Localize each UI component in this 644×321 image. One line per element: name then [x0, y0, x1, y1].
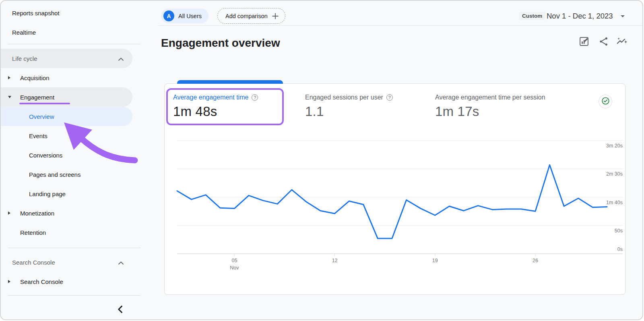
sidebar-item-label: Monetization	[20, 210, 54, 217]
insights-icon	[616, 41, 627, 48]
sidebar-divider	[8, 295, 140, 296]
page-title: Engagement overview	[161, 37, 280, 50]
chevron-up-icon	[118, 259, 124, 266]
sidebar-item-overview[interactable]: Overview	[1, 107, 132, 126]
all-users-chip[interactable]: A All Users	[161, 8, 208, 23]
segment-avatar: A	[163, 10, 174, 21]
add-comparison-label: Add comparison	[225, 13, 268, 19]
chevron-left-icon	[116, 308, 125, 315]
metric-label: Engaged sessions per user	[305, 94, 383, 101]
sidebar-item-label: Acquisition	[20, 75, 50, 81]
svg-text:3m 20s: 3m 20s	[606, 143, 623, 149]
sidebar-item-label: Landing page	[29, 191, 66, 197]
purple-annotation-underline	[19, 103, 70, 104]
app-window: Reports snapshotRealtimeLife cycleAcquis…	[0, 0, 643, 320]
sidebar-nav: Reports snapshotRealtimeLife cycleAcquis…	[1, 1, 148, 296]
engagement-overview-card: Average engagement time?1m 48sEngaged se…	[164, 83, 625, 295]
sidebar-item-acquisition[interactable]: Acquisition	[1, 68, 132, 87]
sidebar-item-label: Conversions	[29, 152, 62, 159]
sidebar-item-realtime[interactable]: Realtime	[1, 23, 132, 42]
sidebar-section-search-console[interactable]: Search Console	[1, 253, 132, 272]
sidebar-item-retention[interactable]: Retention	[1, 223, 132, 242]
sidebar-item-label: Reports snapshot	[12, 10, 60, 17]
add-comparison-button[interactable]: Add comparison	[217, 8, 285, 24]
help-icon[interactable]: ?	[252, 94, 258, 101]
svg-text:19: 19	[432, 258, 438, 263]
svg-text:12: 12	[332, 258, 338, 263]
metric-value: 1.1	[305, 104, 393, 119]
metric-tab-average-engagement-time[interactable]: Average engagement time?1m 48s	[173, 94, 258, 119]
sidebar-divider	[8, 248, 140, 248]
svg-text:26: 26	[533, 258, 538, 263]
sidebar-item-conversions[interactable]: Conversions	[1, 145, 132, 165]
svg-text:0s: 0s	[617, 246, 623, 252]
metric-label: Average engagement time	[173, 94, 248, 101]
share-icon	[598, 41, 609, 48]
topbar-divider	[158, 25, 642, 26]
plus-icon	[272, 13, 279, 19]
svg-text:Nov: Nov	[230, 265, 239, 271]
sidebar-item-label: Search Console	[12, 259, 55, 266]
svg-text:2m 30s: 2m 30s	[606, 171, 623, 177]
sidebar-section-life-cycle[interactable]: Life cycle	[1, 49, 132, 68]
sidebar-item-label: Pages and screens	[29, 171, 80, 178]
triangle-right-icon	[8, 211, 13, 215]
chevron-down-icon[interactable]	[621, 15, 625, 17]
date-range-type-badge: Custom	[519, 12, 545, 20]
sidebar-item-label: Overview	[29, 113, 54, 120]
help-icon[interactable]: ?	[386, 94, 393, 101]
sidebar-item-label: Search Console	[20, 278, 63, 285]
triangle-right-icon	[8, 280, 13, 283]
data-quality-button[interactable]	[599, 95, 612, 108]
data-quality-check-icon	[601, 96, 610, 107]
sidebar-item-reports-snapshot[interactable]: Reports snapshot	[1, 3, 132, 23]
share-report-button[interactable]	[598, 36, 609, 47]
sidebar-item-monetization[interactable]: Monetization	[1, 203, 132, 223]
sidebar-item-label: Life cycle	[12, 55, 37, 62]
engagement-line-chart: 0s50s1m 40s2m 30s3m 20s05Nov121926	[165, 134, 625, 273]
svg-text:50s: 50s	[615, 228, 623, 234]
sidebar: Reports snapshotRealtimeLife cycleAcquis…	[1, 1, 148, 319]
chevron-up-icon	[118, 55, 124, 62]
metric-tab-engaged-sessions-per-user[interactable]: Engaged sessions per user?1.1	[305, 94, 393, 119]
sidebar-item-label: Retention	[20, 229, 46, 236]
customize-report-button[interactable]	[578, 36, 590, 47]
sidebar-divider	[8, 44, 140, 44]
sidebar-item-engagement[interactable]: Engagement	[1, 87, 132, 107]
triangle-right-icon	[8, 76, 13, 79]
sidebar-item-search-console[interactable]: Search Console	[1, 272, 132, 291]
sidebar-item-pages-and-screens[interactable]: Pages and screens	[1, 165, 132, 184]
triangle-down-icon	[8, 96, 13, 98]
insights-button[interactable]	[616, 36, 627, 47]
svg-text:05: 05	[231, 258, 237, 263]
all-users-chip-label: All Users	[178, 13, 202, 19]
sidebar-item-events[interactable]: Events	[1, 126, 132, 145]
svg-text:1m 40s: 1m 40s	[606, 200, 623, 205]
metric-value: 1m 48s	[173, 104, 258, 119]
customize-report-icon	[578, 41, 590, 48]
metric-tab-average-engagement-time-per-session[interactable]: Average engagement time per session1m 17…	[435, 94, 545, 119]
metric-label: Average engagement time per session	[435, 94, 545, 101]
metric-value: 1m 17s	[435, 104, 545, 119]
date-range-picker[interactable]: Nov 1 - Dec 1, 2023	[547, 12, 613, 21]
sidebar-item-label: Realtime	[12, 29, 36, 36]
sidebar-item-label: Engagement	[20, 94, 54, 101]
selected-metric-tab-indicator	[177, 80, 283, 84]
sidebar-item-landing-page[interactable]: Landing page	[1, 184, 132, 203]
main-content: A All Users Add comparison Custom Nov 1 …	[148, 1, 642, 319]
sidebar-item-label: Events	[29, 133, 47, 139]
sidebar-collapse-button[interactable]	[116, 305, 125, 314]
